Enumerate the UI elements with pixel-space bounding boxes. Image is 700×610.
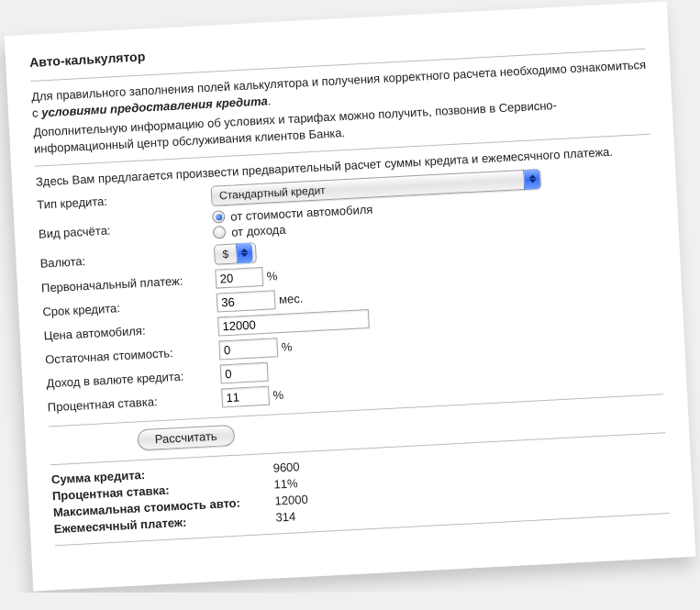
residual-input[interactable]: [218, 338, 278, 360]
calculator-card: Авто-калькулятор Для правильного заполне…: [5, 1, 696, 591]
income-label: Доход в валюте кредита:: [46, 367, 221, 390]
term-label: Срок кредита:: [42, 295, 217, 318]
rate-input[interactable]: [221, 386, 270, 408]
residual-label: Остаточная стоимость:: [45, 343, 220, 366]
car-price-input[interactable]: [217, 309, 370, 337]
calc-type-label: Вид расчёта:: [39, 218, 214, 241]
term-input[interactable]: [217, 290, 276, 312]
select-arrows-icon: [235, 242, 252, 263]
residual-unit: %: [281, 339, 292, 354]
rate-label: Процентная ставка:: [47, 391, 222, 414]
rate-unit: %: [272, 388, 283, 403]
currency-label: Валюта:: [39, 248, 215, 271]
select-arrows-icon: [523, 169, 540, 190]
calc-type-radio-income-label: от дохода: [231, 222, 286, 238]
down-payment-unit: %: [266, 269, 277, 283]
term-unit: мес.: [279, 291, 304, 305]
calc-type-radio-income[interactable]: [213, 226, 227, 239]
results-block: Сумма кредита: 9600 Процентная ставка: 1…: [51, 440, 670, 536]
down-payment-label: Первоначальный платеж:: [41, 272, 217, 294]
income-input[interactable]: [220, 362, 269, 384]
down-payment-input[interactable]: [215, 267, 263, 289]
calc-type-radio-car-price[interactable]: [212, 210, 226, 224]
calculate-button[interactable]: Рассчитать: [137, 425, 235, 451]
car-price-label: Цена автомобиля:: [43, 319, 218, 342]
currency-select[interactable]: $: [214, 242, 257, 264]
credit-type-label: Тип кредита:: [37, 189, 212, 212]
